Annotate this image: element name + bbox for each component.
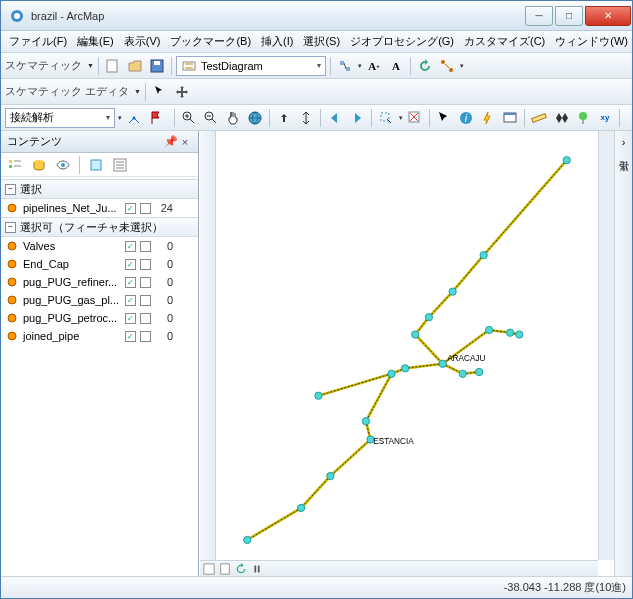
layer-visible-checkbox[interactable]: ✓ [125,277,136,288]
layer-row[interactable]: pug_PUG_refiner... ✓ 0 [1,273,198,291]
map-view[interactable]: ARACAJUESTANCIA [199,131,614,576]
layer-count: 0 [155,312,173,324]
layer-selectable-checkbox[interactable] [140,331,151,342]
tool-a2-button[interactable]: A [386,56,406,76]
close-panel-icon[interactable]: × [178,136,192,148]
save-diagram-button[interactable] [147,56,167,76]
list-by-visibility-button[interactable] [53,155,73,175]
svg-point-100 [315,392,322,399]
menu-edit[interactable]: 編集(E) [73,32,118,51]
dropdown-icon[interactable]: ▾ [399,114,403,122]
full-extent-button[interactable] [245,108,265,128]
zoom-in-button[interactable] [179,108,199,128]
dropdown-icon[interactable]: ▾ [118,114,122,122]
menu-view[interactable]: 表示(V) [120,32,165,51]
ruler-horizontal [200,560,598,576]
menu-bookmark[interactable]: ブックマーク(B) [166,32,255,51]
layer-selectable-checkbox[interactable] [140,313,151,324]
layer-selectable-checkbox[interactable] [140,259,151,270]
collapse-icon[interactable]: − [5,222,16,233]
options-button[interactable] [110,155,130,175]
layer-row[interactable]: joined_pipe ✓ 0 [1,327,198,345]
layer-row[interactable]: Valves ✓ 0 [1,237,198,255]
scrollbar-vertical[interactable] [598,131,614,560]
list-by-drawing-button[interactable] [5,155,25,175]
find-button[interactable] [551,108,571,128]
layer-visible-checkbox[interactable]: ✓ [125,331,136,342]
fixed-zoom-in-button[interactable] [274,108,294,128]
layer-selectable-checkbox[interactable] [140,277,151,288]
measure-button[interactable] [529,108,549,128]
update-button[interactable] [415,56,435,76]
layer-visible-checkbox[interactable]: ✓ [125,313,136,324]
svg-point-91 [412,331,419,338]
find-route-button[interactable] [573,108,593,128]
menu-select[interactable]: 選択(S) [299,32,344,51]
select-features-button[interactable] [376,108,396,128]
zoom-out-button[interactable] [201,108,221,128]
dropdown-icon[interactable]: ▼ [87,62,94,69]
pin-icon[interactable]: 📌 [164,135,178,148]
open-diagram-button[interactable] [125,56,145,76]
move-tool-button[interactable] [172,82,192,102]
close-button[interactable]: ✕ [585,6,631,26]
map-canvas[interactable]: ARACAJUESTANCIA [216,131,598,560]
menu-insert[interactable]: 挿入(I) [257,32,297,51]
toolbar-analysis: 接続解析 ▾ ▾ ▾ i xy [1,105,632,131]
layer-selectable-checkbox[interactable] [140,295,151,306]
layer-visible-checkbox[interactable]: ✓ [125,203,136,214]
diagram-combo[interactable]: TestDiagram ▾ [176,56,326,76]
html-popup-button[interactable] [500,108,520,128]
layer-row[interactable]: pug_PUG_petroc... ✓ 0 [1,309,198,327]
layer-selectable-checkbox[interactable] [140,241,151,252]
identify-button[interactable]: i [456,108,476,128]
layer-visible-checkbox[interactable]: ✓ [125,295,136,306]
layer-name: End_Cap [23,258,121,270]
trace-tool-button[interactable] [124,108,144,128]
flag-tool-button[interactable] [146,108,166,128]
data-view-button[interactable] [202,562,216,576]
edit-tool-button[interactable] [150,82,170,102]
analysis-combo[interactable]: 接続解析 ▾ [5,108,115,128]
layer-symbol-icon [5,239,19,253]
layer-row[interactable]: pipelines_Net_Ju... ✓ 24 [1,199,198,217]
layout-button[interactable] [335,56,355,76]
layer-selectable-checkbox[interactable] [140,203,151,214]
layer-row[interactable]: pug_PUG_gas_pl... ✓ 0 [1,291,198,309]
menu-window[interactable]: ウィンドウ(W) [551,32,632,51]
select-elements-button[interactable] [434,108,454,128]
menu-geoprocessing[interactable]: ジオプロセシング(G) [346,32,458,51]
hyperlink-button[interactable] [478,108,498,128]
pause-drawing-button[interactable] [250,562,264,576]
refresh-view-button[interactable] [234,562,248,576]
menu-file[interactable]: ファイル(F) [5,32,71,51]
collapse-icon[interactable]: − [5,184,16,195]
dropdown-icon[interactable]: ▾ [358,62,362,70]
right-dock-tab[interactable]: 索引 [617,149,631,157]
prev-extent-button[interactable] [325,108,345,128]
maximize-button[interactable]: □ [555,6,583,26]
layer-visible-checkbox[interactable]: ✓ [125,259,136,270]
group-selected[interactable]: − 選択 [1,179,198,199]
clear-selection-button[interactable] [405,108,425,128]
next-extent-button[interactable] [347,108,367,128]
dropdown-icon[interactable]: ▼ [134,88,141,95]
layout-view-button[interactable] [218,562,232,576]
pan-button[interactable] [223,108,243,128]
right-dock-expand-button[interactable]: › [617,135,631,149]
layer-visible-checkbox[interactable]: ✓ [125,241,136,252]
layer-row[interactable]: End_Cap ✓ 0 [1,255,198,273]
group-selectable[interactable]: − 選択可（フィーチャ未選択） [1,217,198,237]
list-by-source-button[interactable] [29,155,49,175]
svg-point-95 [485,326,492,333]
fixed-zoom-out-button[interactable] [296,108,316,128]
minimize-button[interactable]: ─ [525,6,553,26]
toolbar-schematic-editor: スケマティック エディタ▼ [1,79,632,105]
dropdown-icon[interactable]: ▾ [460,62,464,70]
propagate-button[interactable] [437,56,457,76]
list-by-selection-button[interactable] [86,155,106,175]
new-diagram-button[interactable] [103,56,123,76]
menu-customize[interactable]: カスタマイズ(C) [460,32,549,51]
tool-a-button[interactable]: A+ [364,56,384,76]
go-to-xy-button[interactable]: xy [595,108,615,128]
